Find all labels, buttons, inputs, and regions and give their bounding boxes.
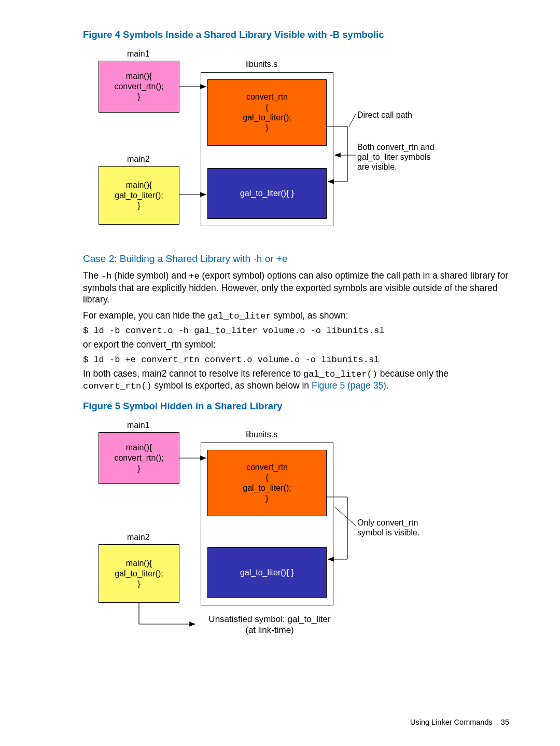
p1b: (hide symbol) and [111,270,189,281]
svg-line-11 [335,507,356,526]
p4c: symbol is exported, as shown below in [152,380,312,391]
cmd1: $ ld -b convert.o -h gal_to_liter volume… [83,326,509,336]
page-footer: Using Linker Commands 35 [410,718,509,726]
p2-code: gal_to_liter [207,311,271,321]
f5-anno-only-visible: Only convert_rtn symbol is visible. [357,518,419,537]
anno-direct-call: Direct call path [357,110,412,120]
p4a: In both cases, main2 cannot to resolve i… [83,368,303,379]
f5-main1-box: main(){ convert_rtn(); } [99,432,179,484]
f5-convert-rtn-box: convert_rtn { gal_to_liter(); } [207,450,327,516]
anno-both-visible: Both convert_rtn and gal_to_liter symbol… [357,142,435,172]
convert-rtn-box: convert_rtn { gal_to_liter(); } [207,79,327,146]
p4-code2: convert_rtn() [83,381,152,391]
main2-label: main2 [127,154,150,164]
cmd2: $ ld -b +e convert_rtn convert.o volume.… [83,355,509,365]
p1a: The [83,270,101,281]
p4d: . [386,380,389,391]
main1-box: main(){ convert_rtn(); } [99,61,179,113]
footer-page: 35 [501,718,509,726]
f5-libunits-label: libunits.s [245,430,277,439]
figure5-diagram: main1 main(){ convert_rtn(); } main2 mai… [99,419,482,647]
case2-p2: For example, you can hide the gal_to_lit… [83,310,509,322]
p1-code2: +e [189,271,199,281]
figure5-xref[interactable]: Figure 5 (page 35) [312,380,386,391]
p2a: For example, you can hide the [83,310,207,321]
f5-gal-to-liter-box: gal_to_liter(){ } [207,547,327,598]
gal-to-liter-box: gal_to_liter(){ } [207,168,327,219]
case2-p1: The -h (hide symbol) and +e (export symb… [83,270,509,306]
figure4-title: Figure 4 Symbols Inside a Shared Library… [83,29,509,40]
main2-box: main(){ gal_to_liter(); } [99,166,179,225]
footer-text: Using Linker Commands [410,718,493,726]
figure4-diagram: main1 main(){ convert_rtn(); } main2 mai… [99,48,482,242]
f5-unsatisfied: Unsatisfied symbol: gal_to_liter (at lin… [197,614,342,636]
svg-line-6 [349,114,356,127]
case2-heading: Case 2: Building a Shared Library with -… [83,253,509,265]
main1-label: main1 [127,49,150,59]
p2b: symbol, as shown: [271,310,348,321]
f5-main2-box: main(){ gal_to_liter(); } [99,544,179,603]
libunits-label: libunits.s [245,59,277,69]
p1-code1: -h [101,271,111,281]
p4-code1: gal_to_liter() [303,369,377,379]
case2-p4: In both cases, main2 cannot to resolve i… [83,368,509,393]
figure5-title: Figure 5 Symbol Hidden in a Shared Libra… [83,400,509,412]
f5-main1-label: main1 [127,420,150,430]
f5-main2-label: main2 [127,532,150,542]
case2-p3: or export the convert_rtn symbol: [83,339,509,350]
p4b: because only the [377,368,449,379]
